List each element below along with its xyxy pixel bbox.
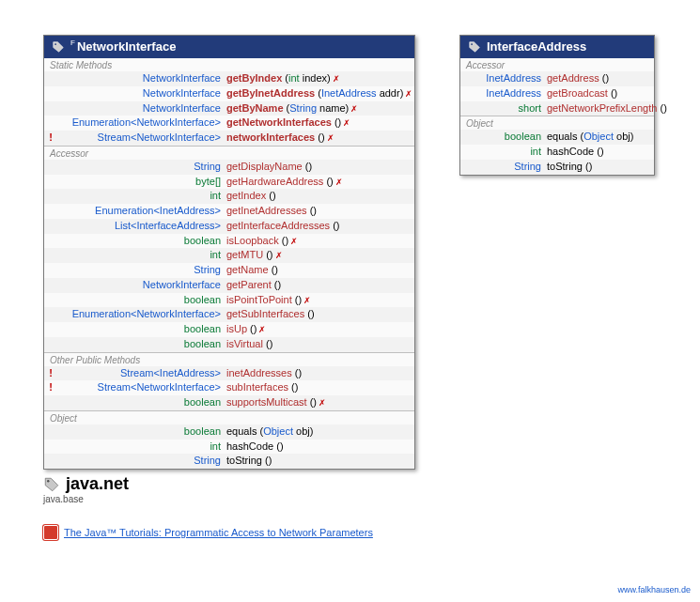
method-name: hashCode xyxy=(226,440,273,452)
footer: java.net java.base The Java™ Tutorials: … xyxy=(43,474,532,540)
method-row: !Stream<NetworkInterface>networkInterfac… xyxy=(44,131,414,146)
section-label: Object xyxy=(460,116,654,130)
svg-point-0 xyxy=(54,43,56,45)
throws-mark-icon: ✗ xyxy=(290,237,298,246)
throws-mark-icon: ✗ xyxy=(275,251,283,260)
method-params: () xyxy=(307,205,317,216)
return-type: Stream<InetAddress> xyxy=(55,367,226,380)
return-type: NetworkInterface xyxy=(55,102,226,116)
return-type: boolean xyxy=(472,131,547,144)
method-row: Enumeration<InetAddress>getInetAddresses… xyxy=(44,204,414,219)
method-name: getIndex xyxy=(226,190,266,201)
method-params: () xyxy=(315,131,324,143)
return-type: boolean xyxy=(55,323,226,336)
method-name: getNetworkInterfaces xyxy=(226,116,332,128)
method-name: supportsMulticast xyxy=(226,396,307,408)
method-name: hashCode xyxy=(547,146,594,157)
method-params: () xyxy=(304,308,314,319)
method-name: getHardwareAddress xyxy=(226,176,323,187)
method-name: isLoopback xyxy=(226,235,279,246)
throws-mark-icon: ✗ xyxy=(303,296,311,305)
method-params: () xyxy=(263,249,272,260)
method-name: getName xyxy=(226,264,269,275)
method-signature: getByName (String name)✗ xyxy=(226,102,409,116)
return-type: String xyxy=(55,455,226,468)
method-row: booleanisPointToPoint ()✗ xyxy=(44,293,414,308)
method-signature: networkInterfaces ()✗ xyxy=(226,131,409,145)
throws-mark-icon: ✗ xyxy=(333,74,340,84)
section-label: Accessor xyxy=(44,146,414,160)
method-row: InetAddressgetAddress () xyxy=(460,71,654,86)
method-row: StringtoString () xyxy=(460,160,654,175)
method-name: getParent xyxy=(226,279,272,290)
method-row: byte[]getHardwareAddress ()✗ xyxy=(44,175,414,190)
return-type: int xyxy=(55,190,226,203)
method-name: getDisplayName xyxy=(226,161,303,172)
method-signature: supportsMulticast ()✗ xyxy=(226,396,409,409)
method-row: shortgetNetworkPrefixLength () xyxy=(460,101,654,116)
method-name: equals xyxy=(226,425,257,437)
method-row: !Stream<NetworkInterface>subInterfaces (… xyxy=(44,380,414,395)
method-signature: getAddress () xyxy=(547,72,648,85)
method-params: () xyxy=(279,235,288,246)
throws-mark-icon: ✗ xyxy=(327,133,334,143)
method-params: () xyxy=(608,87,617,99)
method-signature: isUp ()✗ xyxy=(226,323,409,336)
return-type: List<InterfaceAddress> xyxy=(55,220,226,233)
tag-icon xyxy=(52,40,65,54)
method-row: intgetIndex () xyxy=(44,189,414,204)
method-row: NetworkInterfacegetParent () xyxy=(44,278,414,293)
method-params: () xyxy=(599,72,609,84)
method-params: () xyxy=(307,396,317,408)
method-name: getInetAddresses xyxy=(226,205,307,216)
method-signature: equals (Object obj) xyxy=(226,425,409,439)
return-type: NetworkInterface xyxy=(55,72,226,85)
tutorial-link[interactable]: The Java™ Tutorials: Programmatic Access… xyxy=(64,527,373,538)
method-signature: isVirtual () xyxy=(226,338,409,351)
method-signature: getDisplayName () xyxy=(226,161,409,174)
credit-link[interactable]: www.falkhausen.de xyxy=(617,585,691,594)
class-box-header: FNetworkInterface xyxy=(44,36,414,58)
method-name: getAddress xyxy=(547,72,599,84)
method-row: booleanisLoopback ()✗ xyxy=(44,234,414,249)
method-row: StringtoString () xyxy=(44,454,414,469)
method-row: booleansupportsMulticast ()✗ xyxy=(44,395,414,410)
method-params: () xyxy=(594,146,603,157)
return-type: NetworkInterface xyxy=(55,87,226,100)
method-params: () xyxy=(247,323,257,334)
method-row: List<InterfaceAddress>getInterfaceAddres… xyxy=(44,219,414,234)
return-type: boolean xyxy=(55,338,226,351)
section-label: Static Methods xyxy=(44,58,414,71)
return-type: Enumeration<NetworkInterface> xyxy=(55,308,226,321)
method-signature: getBroadcast () xyxy=(547,87,648,100)
method-params: (InetAddress addr) xyxy=(315,87,403,99)
method-name: isUp xyxy=(226,323,247,334)
throws-mark-icon: ✗ xyxy=(335,178,343,187)
method-row: InetAddressgetBroadcast () xyxy=(460,86,654,101)
method-signature: getSubInterfaces () xyxy=(226,308,409,321)
method-name: equals xyxy=(547,131,577,142)
throws-mark-icon: ✗ xyxy=(319,398,326,408)
method-row: inthashCode () xyxy=(44,440,414,455)
method-signature: inetAddresses () xyxy=(226,367,409,380)
return-type: String xyxy=(472,161,547,174)
method-name: isVirtual xyxy=(226,338,263,349)
method-row: intgetMTU ()✗ xyxy=(44,248,414,263)
method-row: NetworkInterfacegetByIndex (int index)✗ xyxy=(44,71,414,86)
method-row: Enumeration<NetworkInterface>getSubInter… xyxy=(44,307,414,322)
return-type: Stream<NetworkInterface> xyxy=(55,131,226,145)
class-box-networkinterface: FNetworkInterface Static MethodsNetworkI… xyxy=(43,35,415,470)
return-type: Stream<NetworkInterface> xyxy=(55,381,226,394)
return-type: int xyxy=(55,440,226,454)
return-type: String xyxy=(55,161,226,174)
method-params: (Object obj) xyxy=(257,425,313,437)
method-signature: toString () xyxy=(226,455,409,468)
section-label: Accessor xyxy=(460,58,654,71)
module-name: java.base xyxy=(43,494,532,504)
return-type: int xyxy=(55,249,226,262)
method-name: getInterfaceAddresses xyxy=(226,220,330,231)
row-flag: ! xyxy=(46,131,55,145)
method-signature: hashCode () xyxy=(547,146,648,159)
method-signature: getHardwareAddress ()✗ xyxy=(226,176,409,189)
row-flag: ! xyxy=(46,381,55,394)
